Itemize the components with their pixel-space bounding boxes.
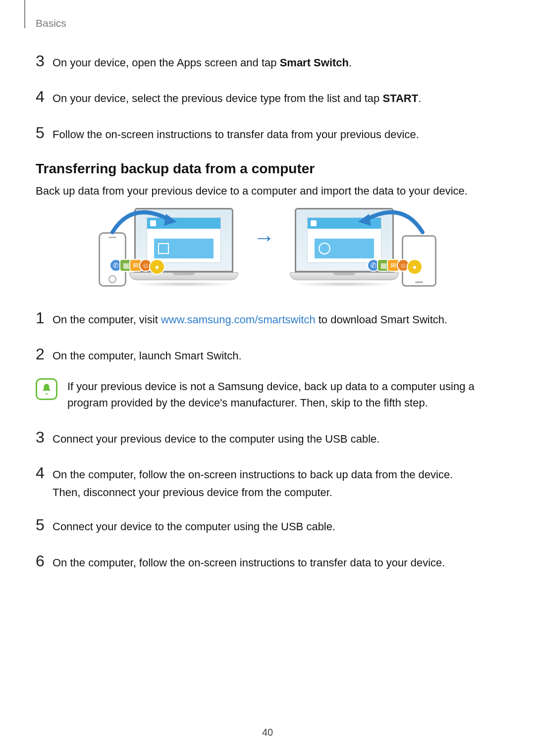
step-4b: 4 On the computer, follow the on-screen … bbox=[36, 461, 499, 501]
page: Basics 3 On your device, open the Apps s… bbox=[0, 0, 535, 756]
smartswitch-window bbox=[147, 217, 221, 263]
step-text-bold: START bbox=[382, 92, 418, 104]
step-number: 1 bbox=[36, 306, 53, 329]
app-body-backup bbox=[154, 239, 214, 258]
step-text-bold: Smart Switch bbox=[280, 56, 349, 69]
smartswitch-window bbox=[307, 217, 381, 263]
step-text: On the computer, follow the on-screen in… bbox=[53, 465, 453, 501]
step-number: 4 bbox=[36, 85, 53, 108]
step-text: On the computer, follow the on-screen in… bbox=[53, 554, 445, 571]
step-4: 4 On your device, select the previous de… bbox=[36, 85, 499, 108]
figure-panel-restore: ✆ ▦ ✉ ☺ ● bbox=[290, 208, 436, 287]
page-content: 3 On your device, open the Apps screen a… bbox=[36, 0, 499, 572]
step-1: 1 On the computer, visit www.samsung.com… bbox=[36, 306, 499, 329]
laptop-shadow bbox=[292, 282, 396, 287]
step-number: 5 bbox=[36, 513, 53, 536]
note-callout: If your previous device is not a Samsung… bbox=[36, 378, 499, 411]
data-icon: ● bbox=[149, 259, 165, 275]
step-text-line2: Then, disconnect your previous device fr… bbox=[53, 485, 453, 501]
step-text-line1: On the computer, follow the on-screen in… bbox=[53, 468, 453, 481]
step-text-pre: On the computer, visit bbox=[53, 313, 161, 326]
step-text: Follow the on-screen instructions to tra… bbox=[53, 125, 419, 143]
step-3b: 3 Connect your previous device to the co… bbox=[36, 426, 499, 449]
step-number: 2 bbox=[36, 343, 53, 365]
section-intro: Back up data from your previous device t… bbox=[36, 183, 499, 199]
step-number: 3 bbox=[36, 426, 53, 449]
step-text-post: to download Smart Switch. bbox=[316, 313, 448, 326]
arrow-right-icon: → bbox=[253, 225, 275, 270]
step-text-pre: On your device, select the previous devi… bbox=[53, 92, 382, 104]
step-number: 6 bbox=[36, 550, 53, 572]
laptop-icon bbox=[290, 208, 399, 287]
step-number: 5 bbox=[36, 121, 53, 144]
note-bell-icon bbox=[36, 378, 57, 400]
header-section-label: Basics bbox=[36, 17, 66, 29]
step-2: 2 On the computer, launch Smart Switch. bbox=[36, 343, 499, 365]
step-text: On the computer, launch Smart Switch. bbox=[53, 347, 242, 364]
header-rule bbox=[24, 0, 25, 28]
step-text: Connect your device to the computer usin… bbox=[53, 517, 335, 535]
data-icons-cluster: ✆ ▦ ✉ ☺ ● bbox=[370, 259, 423, 275]
smartswitch-link[interactable]: www.samsung.com/smartswitch bbox=[161, 313, 316, 326]
step-number: 4 bbox=[36, 461, 53, 484]
note-text: If your previous device is not a Samsung… bbox=[67, 378, 499, 411]
step-text-post: . bbox=[349, 56, 352, 69]
step-text-post: . bbox=[418, 92, 421, 104]
step-text: On the computer, visit www.samsung.com/s… bbox=[53, 310, 447, 328]
step-5b: 5 Connect your device to the computer us… bbox=[36, 513, 499, 536]
step-text: On your device, select the previous devi… bbox=[53, 89, 421, 106]
app-title-bar bbox=[308, 218, 381, 229]
step-text: Connect your previous device to the comp… bbox=[53, 430, 379, 447]
step-text-pre: On your device, open the Apps screen and… bbox=[53, 56, 280, 69]
data-icon: ● bbox=[407, 259, 423, 275]
transfer-figure: ✆ ▦ ✉ ☺ ● → bbox=[36, 208, 499, 287]
page-number: 40 bbox=[0, 727, 535, 738]
step-5: 5 Follow the on-screen instructions to t… bbox=[36, 121, 499, 144]
step-6b: 6 On the computer, follow the on-screen … bbox=[36, 550, 499, 572]
laptop-icon bbox=[129, 208, 238, 287]
figure-panel-backup: ✆ ▦ ✉ ☺ ● bbox=[99, 208, 238, 287]
step-number: 3 bbox=[36, 50, 53, 72]
data-icons-cluster: ✆ ▦ ✉ ☺ ● bbox=[112, 259, 165, 275]
step-text-pre: Follow the on-screen instructions to tra… bbox=[53, 128, 419, 141]
step-text: On your device, open the Apps screen and… bbox=[53, 53, 352, 71]
app-title-bar bbox=[147, 218, 220, 229]
laptop-shadow bbox=[132, 282, 236, 287]
app-body-restore bbox=[315, 239, 374, 258]
section-heading: Transferring backup data from a computer bbox=[36, 161, 499, 177]
step-3: 3 On your device, open the Apps screen a… bbox=[36, 50, 499, 72]
